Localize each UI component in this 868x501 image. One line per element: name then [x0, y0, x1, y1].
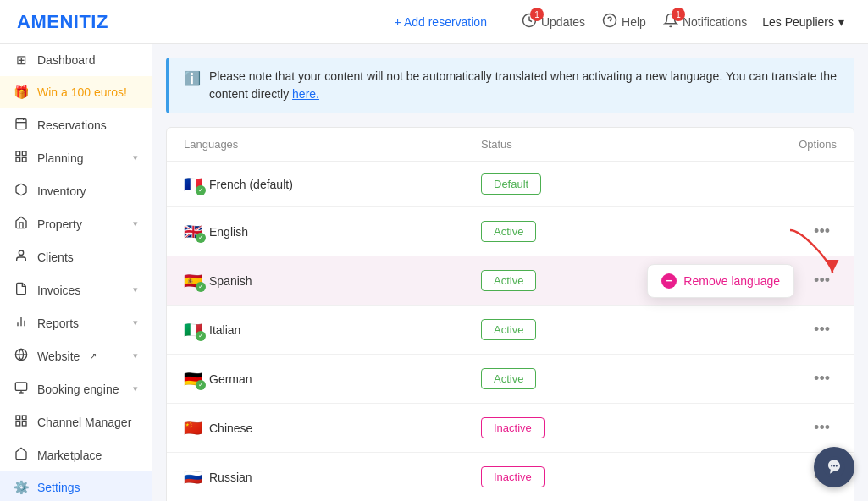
flag-chinese: 🇨🇳 — [184, 419, 202, 438]
svg-rect-19 — [16, 416, 20, 420]
updates-icon: 1 — [522, 13, 537, 30]
table-row: 🇪🇸✓ Spanish Active ••• − Remove language — [167, 256, 854, 306]
svg-point-27 — [836, 465, 838, 467]
table-row: 🇬🇧✓ English Active ••• — [167, 207, 854, 256]
sidebar-item-invoices[interactable]: Invoices ▾ — [0, 273, 152, 306]
chevron-icon: ▾ — [133, 152, 138, 163]
status-badge: Active — [481, 270, 536, 291]
help-icon — [602, 13, 617, 30]
user-menu-button[interactable]: Les Peupliers ▾ — [755, 10, 851, 34]
sidebar-item-property[interactable]: Property ▾ — [0, 207, 152, 240]
language-name: 🇨🇳 Chinese — [184, 419, 481, 438]
options-menu-button[interactable]: ••• — [807, 366, 837, 391]
status-badge: Active — [481, 319, 536, 340]
updates-button[interactable]: 1 Updates — [513, 8, 594, 36]
sidebar-item-label: Property — [37, 217, 82, 231]
sidebar-item-channel-manager[interactable]: Channel Manager — [0, 405, 152, 438]
options-menu-button[interactable]: ••• — [807, 268, 837, 293]
notifications-label: Notifications — [683, 15, 747, 29]
sidebar-item-label: Dashboard — [37, 53, 96, 67]
status-badge: Active — [481, 221, 536, 242]
svg-point-25 — [831, 465, 832, 467]
updates-badge: 1 — [530, 8, 544, 21]
brand-logo: AMENITIZ — [17, 11, 108, 33]
website-icon — [14, 348, 29, 364]
options-cell: ••• — [735, 416, 837, 440]
sidebar-item-inventory[interactable]: Inventory — [0, 174, 152, 207]
options-cell: ••• — [735, 366, 837, 391]
chevron-down-icon: ▾ — [838, 15, 844, 29]
language-table: Languages Status Options 🇫🇷✓ French (def… — [166, 127, 854, 501]
win-icon: 🎁 — [14, 85, 29, 100]
language-name: 🇪🇸✓ Spanish — [184, 272, 481, 290]
sidebar-item-settings[interactable]: ⚙️ Settings — [0, 471, 152, 501]
sidebar-item-dashboard[interactable]: ⊞ Dashboard — [0, 44, 152, 76]
options-cell: ••• − Remove language — [735, 268, 837, 293]
remove-language-popup: − Remove language — [647, 264, 794, 298]
marketplace-icon — [14, 447, 29, 463]
settings-icon: ⚙️ — [14, 480, 29, 495]
sidebar-item-marketplace[interactable]: Marketplace — [0, 438, 152, 471]
add-reservation-button[interactable]: + Add reservation — [383, 10, 499, 34]
updates-label: Updates — [541, 15, 585, 29]
help-label: Help — [622, 15, 646, 29]
flag-french: 🇫🇷✓ — [184, 175, 202, 194]
remove-label[interactable]: Remove language — [683, 274, 780, 288]
flag-german: 🇩🇪✓ — [184, 370, 202, 388]
notifications-button[interactable]: 1 Notifications — [655, 8, 755, 36]
reservations-icon — [14, 117, 29, 133]
sidebar-item-label: Win a 100 euros! — [37, 85, 127, 99]
main-content: ℹ️ Please note that your content will no… — [152, 44, 868, 501]
sidebar-item-label: Reservations — [37, 118, 107, 132]
table-row: 🇩🇪✓ German Active ••• — [167, 355, 854, 404]
status-badge: Active — [481, 368, 536, 389]
options-menu-button[interactable]: ••• — [807, 416, 837, 440]
minus-icon: − — [661, 273, 677, 289]
sidebar-item-label: Clients — [37, 250, 74, 264]
chatbot-button[interactable] — [814, 447, 854, 487]
flag-spanish: 🇪🇸✓ — [184, 272, 202, 290]
chevron-icon: ▾ — [133, 218, 138, 229]
sidebar-item-clients[interactable]: Clients — [0, 240, 152, 273]
active-check: ✓ — [196, 185, 206, 195]
svg-rect-16 — [15, 383, 26, 390]
status-cell: Active — [481, 368, 735, 389]
status-badge: Default — [481, 173, 541, 195]
svg-rect-20 — [22, 416, 26, 420]
sidebar-item-label: Marketplace — [37, 449, 102, 462]
sidebar-item-label: Booking engine — [37, 383, 119, 396]
status-cell: Active — [481, 221, 735, 242]
status-badge: Inactive — [481, 417, 545, 438]
sidebar-item-label: Planning — [37, 151, 84, 165]
sidebar-item-planning[interactable]: Planning ▾ — [0, 141, 152, 174]
options-menu-button[interactable]: ••• — [807, 317, 837, 342]
language-name: 🇩🇪✓ German — [184, 370, 481, 388]
options-menu-button[interactable]: ••• — [807, 219, 837, 244]
svg-point-10 — [19, 250, 23, 255]
svg-rect-2 — [16, 119, 26, 129]
info-icon: ℹ️ — [184, 69, 201, 89]
sidebar-item-win[interactable]: 🎁 Win a 100 euros! — [0, 76, 152, 108]
reports-icon — [14, 315, 29, 331]
language-name: 🇬🇧✓ English — [184, 223, 481, 241]
info-link[interactable]: here. — [292, 87, 319, 101]
property-icon — [14, 216, 29, 232]
sidebar-item-booking-engine[interactable]: Booking engine ▾ — [0, 372, 152, 405]
active-check: ✓ — [196, 380, 206, 390]
sidebar-item-website[interactable]: Website ↗ ▾ — [0, 339, 152, 372]
sidebar-item-reports[interactable]: Reports ▾ — [0, 306, 152, 339]
notifications-badge: 1 — [672, 8, 685, 21]
svg-rect-8 — [22, 157, 26, 162]
language-name: 🇫🇷✓ French (default) — [184, 175, 481, 194]
sidebar-item-reservations[interactable]: Reservations — [0, 108, 152, 141]
status-cell: Inactive — [481, 417, 735, 438]
app-body: ⊞ Dashboard 🎁 Win a 100 euros! Reservati… — [0, 44, 868, 501]
help-button[interactable]: Help — [594, 8, 655, 36]
booking-icon — [14, 381, 29, 397]
info-banner: ℹ️ Please note that your content will no… — [166, 58, 854, 113]
bell-icon: 1 — [663, 13, 678, 30]
flag-russian: 🇷🇺 — [184, 468, 202, 487]
sidebar-item-label: Invoices — [37, 284, 80, 297]
sidebar-item-label: Channel Manager — [37, 416, 131, 429]
active-check: ✓ — [196, 233, 206, 243]
